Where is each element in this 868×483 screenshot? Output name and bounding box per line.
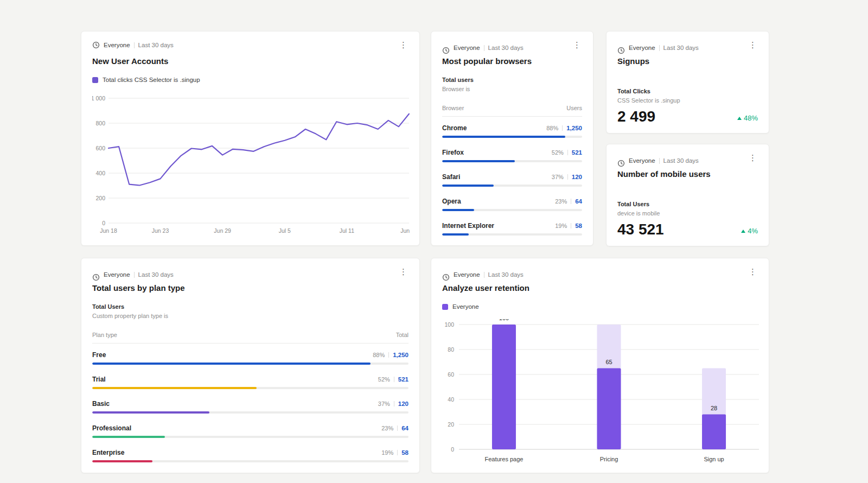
date-range-label[interactable]: Last 30 days [488,45,524,51]
date-range-label[interactable]: Last 30 days [663,157,699,164]
filter-label: device is mobile [617,209,758,217]
clock-icon [617,47,625,54]
chart-text: Jul 5 [279,227,291,234]
more-menu-button[interactable]: ⋮ [748,154,758,162]
metric-label: Total users [442,76,582,84]
scope-label[interactable]: Everyone [629,45,655,51]
row-label: Professional [92,424,131,432]
chart-text: Features page [484,456,523,462]
bar-chart[interactable]: 020406080100100Features page65Pricing28S… [442,319,759,467]
table-row[interactable]: Firefox 52% 521 [442,149,582,162]
row-value: 58 [575,223,582,229]
date-range-label[interactable]: Last 30 days [138,271,174,278]
bar[interactable] [597,368,621,450]
table-row[interactable]: Internet Explorer 19% 58 [442,222,582,236]
scope-selector[interactable]: Everyone Last 30 days [442,41,524,54]
row-bar-track [442,185,582,187]
table-row[interactable]: Opera 23% 64 [442,198,582,211]
row-value: 64 [575,198,582,205]
more-menu-button[interactable]: ⋮ [748,268,758,276]
card-header: Everyone Last 30 days ⋮ [442,41,582,49]
table-row-header: Opera 23% 64 [442,198,582,205]
card-title: Total users by plan type [92,284,409,292]
row-value: 64 [401,425,409,431]
row-bar-fill [442,185,494,187]
kpi-delta: 48% [737,114,758,122]
clock-icon [442,47,450,54]
bar[interactable] [492,325,516,449]
row-stats: 52% 521 [378,376,409,383]
row-label: Firefox [442,149,464,156]
scope-selector[interactable]: Everyone Last 30 days [617,41,699,54]
chart-text: 100 [444,321,454,328]
line-chart[interactable]: 1 0008006004002000Jun 18Jun 23Jun 29Jul … [92,88,410,239]
scope-label[interactable]: Everyone [454,271,480,278]
line-series[interactable] [108,114,409,186]
chart-text: 40 [448,396,454,403]
filter-label: Browser is [442,85,582,93]
scope-selector[interactable]: Everyone Last 30 days [92,268,174,281]
chart-text: Jun 23 [152,227,169,234]
metric-block: Total Clicks CSS Selector is .singup [617,87,758,104]
more-menu-button[interactable]: ⋮ [572,41,582,49]
clock-icon [92,274,100,281]
chart-text: 0 [451,446,454,453]
divider [571,199,571,204]
scope-label[interactable]: Everyone [454,45,480,51]
more-menu-button[interactable]: ⋮ [398,41,409,49]
chart-text: 200 [95,195,105,201]
row-stats: 19% 58 [381,449,409,456]
row-bar-fill [92,436,165,438]
row-value: 1,250 [393,352,409,358]
table-row[interactable]: Free 88% 1,250 [92,351,409,365]
divider [134,42,135,48]
table-row[interactable]: Chrome 88% 1,250 [442,124,582,138]
date-range-label[interactable]: Last 30 days [138,42,174,48]
table-row[interactable]: Trial 52% 521 [92,376,409,389]
table-row[interactable]: Basic 37% 120 [92,400,409,414]
table-row-header: Firefox 52% 521 [442,149,582,156]
row-bar-track [442,233,582,236]
scope-label[interactable]: Everyone [629,157,655,164]
chart-text: Jun 29 [214,227,231,234]
card-plan-type: Everyone Last 30 days ⋮ Total users by p… [81,258,420,473]
filter-label: CSS Selector is .singup [617,97,758,104]
row-percent: 52% [378,376,390,383]
table-row-header: Professional 23% 64 [92,424,409,432]
table-row[interactable]: Professional 23% 64 [92,424,409,438]
kpi-row: 2 499 48% [617,109,758,125]
table-row[interactable]: Enterprise 19% 58 [92,449,409,462]
divider [567,150,568,155]
row-bar-track [442,209,582,211]
kpi-value: 2 499 [617,109,655,125]
row-percent: 37% [552,174,564,180]
scope-selector[interactable]: Everyone Last 30 days [617,154,699,167]
more-menu-button[interactable]: ⋮ [398,268,409,276]
row-value: 120 [398,401,409,407]
card-header: Everyone Last 30 days ⋮ [92,41,409,49]
scope-selector[interactable]: Everyone Last 30 days [442,268,524,281]
card-title: Analyze user retention [442,284,758,292]
date-range-label[interactable]: Last 30 days [488,271,524,278]
table-row[interactable]: Safari 37% 120 [442,173,582,187]
legend-label: Total clicks CSS Selector is .singup [103,77,200,83]
arrow-up-icon [737,117,742,120]
scope-label[interactable]: Everyone [104,271,130,278]
date-range-label[interactable]: Last 30 days [663,45,699,51]
scope-selector[interactable]: Everyone Last 30 days [92,41,174,49]
bar[interactable] [702,415,726,449]
row-percent: 23% [555,198,567,205]
card-header: Everyone Last 30 days ⋮ [617,41,758,49]
chart-text: 400 [95,170,105,176]
card-signups: Everyone Last 30 days ⋮ Signups Total Cl… [606,31,769,134]
row-stats: 88% 1,250 [546,125,582,131]
card-title: Signups [617,57,758,65]
more-menu-button[interactable]: ⋮ [748,41,758,49]
row-bar-fill [442,233,469,236]
chart-text: 60 [448,371,454,378]
kpi-row: 43 521 4% [617,221,758,238]
divider [134,272,135,278]
scope-label[interactable]: Everyone [104,42,130,48]
kpi-value: 43 521 [617,221,664,238]
row-bar-fill [442,136,565,138]
